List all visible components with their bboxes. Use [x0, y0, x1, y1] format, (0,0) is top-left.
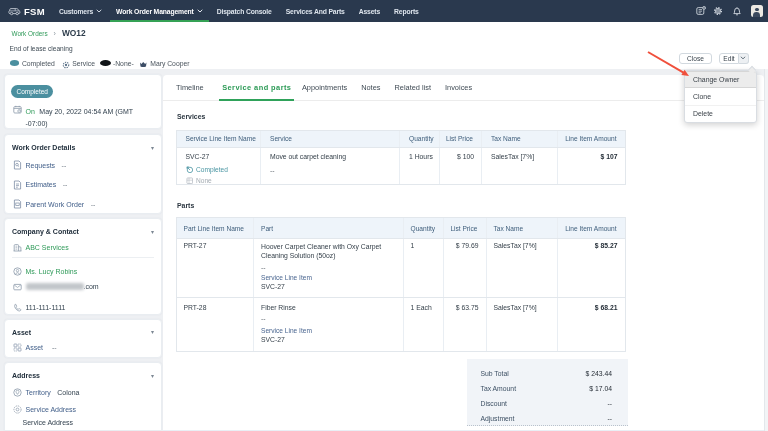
parent-work-order-link[interactable]: Parent Work Order	[26, 201, 85, 208]
tab-related-list[interactable]: Related list	[392, 74, 433, 100]
tab-appointments[interactable]: Appointments	[300, 74, 349, 100]
menu-item-clone[interactable]: Clone	[685, 88, 757, 105]
record-detail-panel: Timeline Service and parts Appointments …	[163, 75, 764, 431]
card-title: Company & Contact	[12, 228, 79, 235]
part-line-item-name: PRT-27	[177, 239, 255, 297]
breadcrumb: Work Orders › WO12	[12, 28, 86, 38]
asset-link[interactable]: Asset	[26, 344, 44, 351]
divider	[12, 257, 154, 258]
requests-link[interactable]: Requests	[26, 162, 56, 169]
chevron-down-icon	[197, 9, 203, 13]
services-table-header: Service Line Item Name Service Quantity …	[177, 131, 625, 148]
record-summary: End of lease cleaning	[10, 45, 73, 52]
type-badge: Service	[62, 54, 95, 73]
edit-dropdown-toggle[interactable]	[739, 53, 749, 64]
app-logo[interactable]: FSM	[8, 2, 45, 20]
tab-invoices[interactable]: Invoices	[443, 74, 474, 100]
record-id: WO12	[62, 28, 86, 38]
parent-work-order-icon	[13, 199, 26, 209]
chevron-down-icon	[740, 56, 746, 60]
service-line-item-ref: SVC-27	[261, 283, 396, 290]
part-line-item-row[interactable]: PRT-28 Fiber Rinse -- Service Line Item …	[177, 297, 625, 351]
subtotal-label: Sub Total	[481, 370, 509, 377]
nav-item-dispatch-console[interactable]: Dispatch Console	[211, 0, 278, 22]
nav-item-reports[interactable]: Reports	[388, 0, 425, 22]
breadcrumb-work-orders[interactable]: Work Orders	[12, 30, 48, 37]
totals-summary: Sub Total$ 243.44 Tax Amount$ 17.04 Disc…	[467, 359, 628, 427]
part-amount: $ 85.27	[558, 239, 625, 297]
part-name: Hoover Carpet Cleaner with Oxy Carpet Cl…	[261, 242, 396, 261]
status-card: Completed On May 20, 2022 04:54 AM (GMT …	[4, 74, 162, 129]
top-navbar: FSM Customers Work Order Management Disp…	[0, 0, 768, 22]
part-line-item-row[interactable]: PRT-27 Hoover Carpet Cleaner with Oxy Ca…	[177, 238, 625, 297]
nav-item-work-order-management[interactable]: Work Order Management	[110, 0, 209, 22]
breadcrumb-separator: ›	[54, 30, 56, 37]
tax-amount-value: $ 17.04	[589, 385, 612, 392]
nav-item-assets[interactable]: Assets	[353, 0, 386, 22]
notifications-bell-icon[interactable]	[732, 6, 742, 17]
priority-badge: -None-	[100, 60, 133, 67]
adjustment-value: --	[607, 415, 612, 422]
estimates-link[interactable]: Estimates	[26, 181, 57, 188]
header-buttons: Close Edit	[679, 53, 749, 64]
user-avatar[interactable]	[751, 5, 763, 17]
edit-button[interactable]: Edit	[719, 53, 739, 64]
service-line-item-link[interactable]: Service Line Item	[261, 327, 396, 334]
menu-item-delete[interactable]: Delete	[685, 105, 757, 122]
collapse-chevron-icon[interactable]: ▾	[151, 230, 154, 234]
service-quantity: 1 Hours	[400, 148, 440, 184]
part-quantity: 1 Each	[404, 298, 445, 351]
service-line-item-link[interactable]: Service Line Item	[261, 274, 396, 281]
part-tax-name: SalesTax [7%]	[487, 239, 559, 297]
line-item-status: Completed	[196, 166, 228, 173]
services-table: Service Line Item Name Service Quantity …	[176, 130, 626, 186]
scrollbar-track[interactable]	[764, 69, 768, 431]
requests-value: --	[62, 162, 67, 169]
email-envelope-icon	[13, 283, 26, 291]
nav-item-services-and-parts[interactable]: Services And Parts	[280, 0, 351, 22]
tab-notes[interactable]: Notes	[359, 74, 382, 100]
tab-service-and-parts[interactable]: Service and parts	[220, 74, 293, 100]
tab-timeline[interactable]: Timeline	[174, 74, 206, 100]
chevron-down-icon	[96, 9, 102, 13]
email-suffix[interactable]: .com	[84, 283, 99, 290]
contact-link[interactable]: Ms. Lucy Robins	[26, 268, 78, 275]
owner-crown-icon	[139, 54, 148, 72]
territory-link[interactable]: Territory	[26, 389, 51, 396]
adjustment-label: Adjustment	[481, 415, 515, 422]
card-title: Address	[12, 372, 40, 379]
company-contact-card: Company & Contact▾ ABC Services Ms. Lucy…	[4, 218, 162, 315]
part-name: Fiber Rinse	[261, 304, 396, 311]
edit-dropdown-menu: Change Owner Clone Delete	[684, 70, 758, 123]
part-line-item-name: PRT-28	[177, 298, 255, 351]
service-sub: --	[270, 167, 392, 174]
collapse-chevron-icon[interactable]: ▾	[151, 146, 154, 150]
close-button[interactable]: Close	[679, 53, 712, 64]
services-section-title: Services	[177, 113, 205, 120]
record-tabs: Timeline Service and parts Appointments …	[163, 75, 764, 101]
nav-item-customers[interactable]: Customers	[53, 0, 108, 22]
line-item-secondary: None	[196, 177, 212, 184]
parts-section-title: Parts	[177, 202, 194, 209]
parts-table-header: Part Line Item Name Part Quantity List P…	[177, 218, 625, 238]
parent-work-order-value: --	[91, 201, 96, 208]
truck-icon	[8, 2, 21, 20]
service-address-link[interactable]: Service Address	[26, 406, 77, 413]
priority-dot-icon	[100, 60, 111, 66]
subtotal-value: $ 243.44	[586, 370, 612, 377]
nav-right-icons	[687, 5, 763, 17]
service-line-item-row[interactable]: SVC-27 Completed None Move out carpet cl…	[177, 147, 625, 184]
quick-create-icon[interactable]	[696, 6, 706, 16]
part-list-price: $ 79.69	[444, 239, 487, 297]
phone-number[interactable]: 111-111-1111	[26, 304, 66, 311]
work-order-details-card: Work Order Details▾ Requests -- Estimate…	[4, 134, 162, 214]
status-dot-icon	[10, 60, 19, 66]
service-line-item-name: SVC-27	[186, 153, 254, 160]
part-list-price: $ 63.75	[444, 298, 487, 351]
settings-gear-icon[interactable]	[713, 6, 723, 16]
company-link[interactable]: ABC Services	[26, 244, 69, 251]
collapse-chevron-icon[interactable]: ▾	[151, 330, 154, 334]
collapse-chevron-icon[interactable]: ▾	[151, 374, 154, 378]
status-badge: Completed	[10, 60, 55, 67]
menu-item-change-owner[interactable]: Change Owner	[685, 71, 757, 88]
